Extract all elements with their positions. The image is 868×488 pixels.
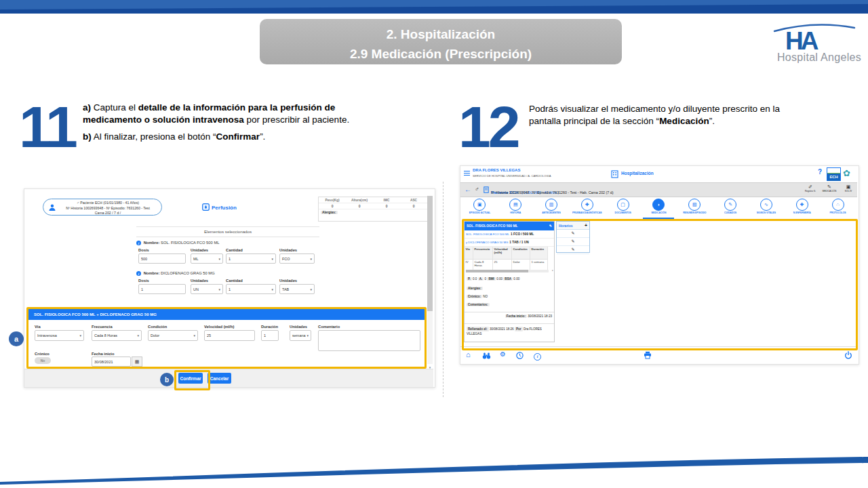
- male-icon: ♂: [77, 201, 79, 205]
- doctor-service: SERVICIO DE HOSPITAL UNIVERSIDAD / A. CA…: [473, 174, 551, 178]
- medicacion-action[interactable]: ✎ MEDICACIÓN: [820, 184, 839, 192]
- confirmar-button[interactable]: Confirmar: [178, 373, 203, 384]
- menu-icon[interactable]: [464, 171, 470, 177]
- horario-row[interactable]: ✎: [557, 246, 589, 254]
- velocidad-input[interactable]: [204, 330, 255, 341]
- frecuencia-select[interactable]: Cada 8 Horas▾: [92, 330, 142, 341]
- dosis-input[interactable]: [138, 284, 186, 294]
- hospital-angeles-name: Hospital Angeles: [777, 52, 861, 64]
- tab-protocolos[interactable]: ∴PROTOCOLOS: [820, 197, 856, 218]
- home-icon[interactable]: ⌂: [466, 350, 471, 359]
- cantidad-stepper[interactable]: 1▾: [226, 284, 276, 294]
- tab-pruebas-diagnosticas[interactable]: ✚PRUEBAS DIAGNÓSTICAS: [569, 197, 605, 218]
- perfusion-screenshot: ♂ Paciente ECH (01/01/1980 - 41 Años) Nº…: [24, 188, 435, 388]
- medication-card: SOL. FISIOLOGICA FCO 500 ML ✎ SOL. FISIO…: [464, 221, 555, 342]
- info-icon[interactable]: i: [534, 351, 541, 361]
- peso-value: 0: [319, 203, 346, 209]
- top-band-swoosh: [0, 0, 868, 14]
- tab-cuidados[interactable]: ✎CUIDADOS: [713, 197, 749, 218]
- perfusion-icon: [202, 203, 210, 211]
- medication-line-1: SOL. FISIOLOGICA FCO 500 ML 1 FCO / 500 …: [465, 230, 554, 239]
- tab-enfermeria[interactable]: ✚N.ENFERMERÍA: [784, 197, 820, 218]
- dosis-label: Dosis: [138, 248, 149, 252]
- scrollbar-thumb[interactable]: [427, 196, 433, 311]
- medication-card-header: SOL. FISIOLOGICA FCO 500 ML ✎: [465, 222, 554, 230]
- asc-value: 0: [400, 203, 427, 209]
- enfermeria-icon: ✚: [796, 199, 808, 211]
- chevron-down-icon: ▾: [218, 257, 220, 261]
- unidades-label: Unidades: [290, 325, 307, 329]
- calendar-button[interactable]: ▦: [132, 357, 142, 367]
- via-select[interactable]: Intravenosa▾: [35, 330, 84, 341]
- unidades2-select[interactable]: FCO▾: [279, 253, 315, 264]
- male-icon: ♂: [475, 186, 479, 192]
- duracion-input[interactable]: [261, 330, 279, 341]
- clock-icon[interactable]: [516, 352, 524, 359]
- cronico-toggle[interactable]: No: [35, 357, 51, 364]
- horizontal-scrollbar: [466, 270, 549, 272]
- scrollbar-thumb[interactable]: [466, 270, 528, 272]
- scrollbar-right-arrow[interactable]: ▸: [552, 269, 553, 272]
- condicion-select[interactable]: Dolor▾: [148, 330, 198, 341]
- soliv-action[interactable]: ▣ SOL.IV: [839, 184, 858, 192]
- tab-signos-vitales[interactable]: ∿SIGNOS VITALES: [749, 197, 785, 218]
- medication-line-2: y DICLOFENACO GRAG 50 MG 1 TAB / 1 UN: [465, 239, 554, 247]
- slide-title: 2. Hospitalización 2.9 Medicación (Presc…: [260, 19, 622, 64]
- tab-documentos[interactable]: ▢DOCUMENTOS: [605, 197, 641, 218]
- slide-title-line2: 2.9 Medicación (Prescripción): [260, 45, 622, 64]
- condicion-label: Condición: [148, 325, 167, 329]
- fecha-inicio-input[interactable]: [92, 357, 131, 367]
- tab-medicacion[interactable]: ◗MEDICACIÓN: [641, 197, 677, 218]
- pencil-icon: ✎: [571, 247, 574, 251]
- patient-metrics-panel: Peso(Kg) Altura(cm) IMC ASC 0 0 0 0 Aler…: [318, 197, 428, 222]
- gear-icon[interactable]: ⚙: [500, 350, 506, 359]
- tab-antecedentes[interactable]: ▥ANTECEDENTES: [534, 197, 570, 218]
- registro-action[interactable]: ✐ Registro G.: [801, 184, 820, 192]
- back-icon[interactable]: ←: [465, 186, 471, 193]
- comentario-textarea[interactable]: [318, 330, 420, 351]
- horario-row[interactable]: ✎: [557, 238, 589, 246]
- unidades-select[interactable]: UN▾: [191, 284, 223, 294]
- tab-resumen-episodio[interactable]: ▧RESUMEN EPISODIO: [677, 197, 713, 218]
- card-table-header: Vía Frecuencia Velocidad (ml/h) Condició…: [465, 247, 554, 260]
- card-divider: [465, 312, 554, 312]
- documentos-icon: ▢: [617, 199, 629, 211]
- module-title: Hospitalización: [621, 171, 654, 176]
- card-rellenado: Rellenado el: 30/08/2021 18:26 Por Dra F…: [467, 327, 552, 337]
- slide: 2. Hospitalización 2.9 Medicación (Presc…: [0, 0, 868, 488]
- pencil-icon: ✎: [571, 239, 574, 243]
- printer-icon[interactable]: [644, 351, 652, 359]
- protocolos-icon: ∴: [832, 199, 844, 211]
- bottom-toolbar: ⌂ ⚙ i: [460, 346, 857, 363]
- add-icon[interactable]: +: [585, 223, 587, 228]
- search-binoculars-icon[interactable]: [482, 352, 491, 359]
- comentario-label: Comentario: [318, 325, 340, 329]
- elementos-seleccionados-header: Elementos seleccionados: [136, 226, 319, 237]
- tab-historia[interactable]: ▤HISTORIA: [498, 197, 534, 218]
- cancelar-button[interactable]: Cancelar: [208, 373, 231, 384]
- tab-episodio-actual[interactable]: ▣EPISODIO ACTUAL: [462, 197, 498, 218]
- card-comentarios: Comentarios:: [467, 303, 552, 306]
- dosis-input[interactable]: [138, 253, 186, 264]
- edit-pencil-icon[interactable]: ✎: [549, 222, 552, 230]
- medicacion-screenshot: DRA FLORES VILLEGAS SERVICIO DE HOSPITAL…: [460, 165, 859, 365]
- antecedentes-icon: ▥: [545, 199, 557, 211]
- ech-logo: ECH: [827, 167, 841, 181]
- active-tab-underline: [643, 218, 674, 220]
- element-1-name: i Nombre: SOL. FISIOLOGICA FCO 500 ML: [136, 241, 219, 245]
- hospital-icon: [611, 170, 618, 178]
- horario-row[interactable]: ✎: [557, 230, 589, 238]
- unidades-select[interactable]: semana▾: [290, 330, 311, 341]
- card-cronico: Crónico: NO: [467, 295, 552, 298]
- chevron-down-icon: ▾: [218, 287, 220, 291]
- patient-summary-pill[interactable]: ♂ Paciente ECH (01/01/1980 - 41 Años) Nº…: [43, 199, 162, 216]
- power-icon[interactable]: [844, 351, 852, 359]
- cantidad-label: Cantidad: [226, 248, 243, 252]
- pencil-icon: ✎: [571, 231, 574, 235]
- cronico-label: Crónico: [35, 352, 50, 356]
- cantidad-stepper[interactable]: 1▾: [226, 253, 276, 264]
- help-icon[interactable]: ?: [818, 168, 822, 176]
- unidades-select[interactable]: ML▾: [191, 253, 223, 264]
- velocidad-label: Velocidad (ml/h): [204, 325, 234, 329]
- unidades2-select[interactable]: TAB▾: [279, 284, 315, 294]
